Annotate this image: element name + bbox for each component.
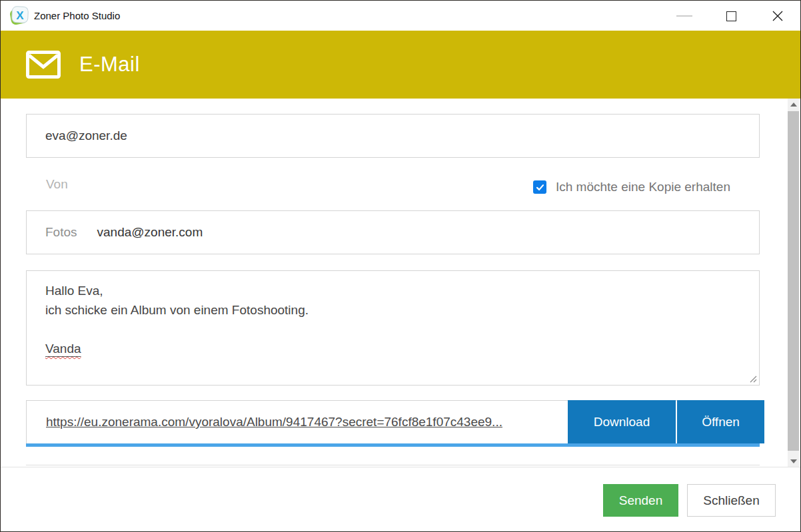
close-icon [772,10,784,22]
scroll-down-icon [790,459,797,463]
svg-text:X: X [16,9,24,22]
message-signature-line: Vanda [45,339,740,358]
scrollbar-thumb[interactable] [788,111,799,451]
email-dialog-window: X Zoner Photo Studio E-Mail Von Ich möch… [0,0,801,532]
dialog-footer: Senden Schließen [1,467,800,532]
album-link-row: https://eu.zonerama.com/vyoralova/Album/… [26,400,764,447]
email-form: Von Ich möchte eine Kopie erhalten Fotos… [1,99,800,467]
link-field-accent-bar [26,443,760,447]
vertical-scrollbar[interactable] [788,99,799,467]
close-window-button[interactable] [764,3,791,29]
maximize-icon [726,11,736,21]
close-dialog-button[interactable]: Schließen [687,484,776,517]
envelope-icon [26,51,61,79]
dialog-header: E-Mail [1,31,800,99]
scroll-up-button[interactable] [788,99,799,110]
textarea-resize-grip[interactable] [749,375,757,383]
next-field-partial-edge [26,465,760,466]
titlebar: X Zoner Photo Studio [1,1,800,31]
send-button[interactable]: Senden [603,484,678,517]
open-button[interactable]: Öffnen [677,400,764,443]
zoner-logo-icon: X [10,6,29,25]
message-line: ich schicke ein Album von einem Fotoshoo… [45,300,740,320]
message-line: Hallo Eva, [45,281,740,300]
send-copy-option[interactable]: Ich möchte eine Kopie erhalten [533,180,730,194]
minimize-icon [676,15,692,17]
album-url-link[interactable]: https://eu.zonerama.com/vyoralova/Album/… [46,400,559,443]
copy-checkbox-label: Ich möchte eine Kopie erhalten [556,180,730,194]
download-button[interactable]: Download [568,400,676,443]
recipient-field-label: Fotos [45,225,77,240]
maximize-button[interactable] [718,3,744,29]
checkmark-icon [535,182,545,192]
from-field-label: Von [46,177,68,192]
dialog-title: E-Mail [79,50,140,79]
scroll-up-icon [790,103,797,107]
message-line [45,320,740,339]
from-email-input[interactable] [26,114,760,158]
recipient-email-value: vanda@zoner.com [97,225,203,240]
window-title: Zoner Photo Studio [34,1,120,31]
message-textarea[interactable]: Hallo Eva, ich schicke ein Album von ein… [26,270,760,386]
misspelled-word: Vanda [45,342,81,356]
recipient-field[interactable]: Fotos vanda@zoner.com [26,210,760,254]
copy-checkbox[interactable] [533,180,546,194]
scroll-down-button[interactable] [788,455,799,467]
minimize-button[interactable] [671,3,698,29]
